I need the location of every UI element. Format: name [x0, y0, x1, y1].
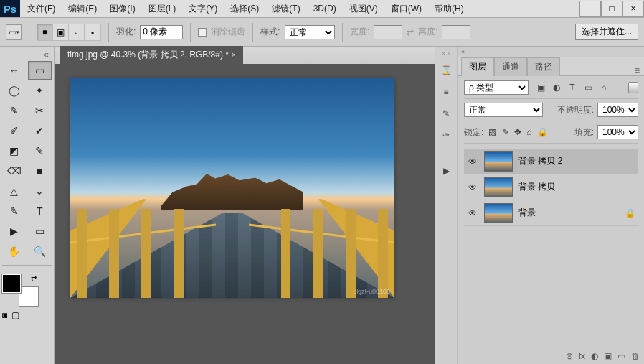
- style-select[interactable]: 正常: [285, 25, 335, 39]
- canvas[interactable]: pkjzt-u00103: [70, 78, 394, 298]
- minimize-button[interactable]: –: [579, 1, 601, 17]
- menu-help[interactable]: 帮助(H): [432, 1, 467, 17]
- play-panel-icon[interactable]: ▶: [438, 163, 454, 179]
- lock-position-icon[interactable]: ✥: [514, 127, 521, 137]
- new-adjustment-icon[interactable]: ▣: [604, 351, 612, 361]
- path-select-tool[interactable]: ▶: [2, 222, 27, 241]
- selection-new-icon[interactable]: ■: [37, 24, 53, 40]
- visibility-toggle-icon[interactable]: 👁: [467, 208, 478, 218]
- divider: [108, 23, 109, 42]
- layer-thumbnail[interactable]: [484, 177, 513, 197]
- image-rail-post: [109, 209, 119, 298]
- layer-thumbnail[interactable]: [484, 151, 513, 172]
- opacity-input[interactable]: 100%: [597, 103, 638, 117]
- color-swatches[interactable]: ⇄: [2, 274, 38, 306]
- document-tab-close-icon[interactable]: ×: [232, 51, 236, 59]
- right-panel-header-chevron[interactable]: «: [458, 47, 644, 57]
- background-color-swatch[interactable]: [19, 287, 38, 306]
- menu-filter[interactable]: 滤镜(T): [269, 1, 303, 17]
- eraser-tool[interactable]: ⌫: [2, 162, 27, 180]
- brush-tool[interactable]: ✔: [28, 121, 52, 140]
- lasso-tool[interactable]: ◯: [2, 81, 27, 100]
- filter-smart-icon[interactable]: ⌂: [598, 83, 610, 93]
- menu-text[interactable]: 文字(Y): [186, 1, 220, 17]
- menu-file[interactable]: 文件(F): [24, 1, 58, 17]
- gradient-tool[interactable]: ■: [28, 162, 52, 180]
- layer-filter-kind-select[interactable]: ρ 类型: [464, 80, 529, 95]
- foreground-color-swatch[interactable]: [2, 274, 21, 293]
- menu-layer[interactable]: 图层(L): [146, 1, 179, 17]
- shape-tool[interactable]: ▭: [28, 222, 52, 241]
- marquee-tool[interactable]: ▭: [28, 61, 52, 80]
- pen-tool[interactable]: ✎: [2, 202, 27, 220]
- properties-panel-icon[interactable]: ≡: [438, 84, 454, 100]
- tab-layers[interactable]: 图层: [461, 57, 494, 76]
- character-panel-icon[interactable]: ✑: [438, 127, 454, 143]
- healing-tool[interactable]: ✐: [2, 121, 27, 140]
- menu-select[interactable]: 选择(S): [227, 1, 262, 17]
- history-brush-tool[interactable]: ✎: [28, 141, 52, 160]
- magic-wand-tool[interactable]: ✦: [28, 81, 52, 100]
- canvas-host[interactable]: pkjzt-u00103: [55, 64, 435, 364]
- stamp-tool[interactable]: ◩: [2, 141, 27, 160]
- quickmask-mode-icon[interactable]: ▢: [11, 310, 19, 320]
- select-and-mask-button[interactable]: 选择并遮住...: [575, 24, 638, 40]
- move-tool[interactable]: ↔: [2, 61, 27, 80]
- menu-window[interactable]: 窗口(W): [388, 1, 425, 17]
- layer-thumbnail[interactable]: [484, 203, 513, 223]
- tools-collapse-chevron[interactable]: «: [2, 50, 52, 60]
- menu-edit[interactable]: 编辑(E): [65, 1, 100, 17]
- zoom-tool[interactable]: 🔍: [28, 242, 52, 261]
- selection-add-icon[interactable]: ▣: [53, 24, 69, 40]
- hand-tool[interactable]: ✋: [2, 242, 27, 261]
- close-button[interactable]: ×: [622, 1, 644, 17]
- eyedropper-tool[interactable]: ✂: [28, 101, 52, 120]
- menu-image[interactable]: 图像(I): [107, 1, 138, 17]
- panel-menu-icon[interactable]: ≡: [630, 65, 644, 75]
- filter-toggle-switch[interactable]: [628, 82, 638, 93]
- layer-row[interactable]: 👁 背景 🔒: [464, 200, 638, 226]
- filter-text-icon[interactable]: T: [567, 83, 578, 93]
- layer-name-label[interactable]: 背景 拷贝: [518, 181, 618, 193]
- crop-tool[interactable]: ✎: [2, 101, 27, 120]
- standard-mode-icon[interactable]: ◙: [2, 310, 7, 320]
- filter-pixel-icon[interactable]: ▣: [535, 83, 546, 93]
- filter-adjust-icon[interactable]: ◐: [551, 83, 562, 93]
- width-label: 宽度:: [350, 26, 369, 38]
- layer-style-icon[interactable]: fx: [579, 351, 585, 361]
- fill-input[interactable]: 100%: [597, 125, 638, 139]
- filter-shape-icon[interactable]: ▭: [582, 83, 594, 93]
- text-tool[interactable]: T: [28, 202, 52, 220]
- tool-preset-icon[interactable]: ▭▾: [6, 24, 22, 40]
- menu-view[interactable]: 视图(V): [346, 1, 381, 17]
- feather-input[interactable]: [140, 25, 183, 39]
- visibility-toggle-icon[interactable]: 👁: [467, 157, 478, 167]
- tab-paths[interactable]: 路径: [527, 57, 560, 76]
- delete-layer-icon[interactable]: 🗑: [631, 351, 640, 361]
- menu-3d[interactable]: 3D(D): [311, 1, 339, 16]
- layer-mask-icon[interactable]: ◐: [591, 351, 598, 361]
- layer-row[interactable]: 👁 背景 拷贝 2: [464, 149, 638, 174]
- visibility-toggle-icon[interactable]: 👁: [467, 182, 478, 192]
- lock-transparent-icon[interactable]: ▨: [488, 127, 496, 137]
- history-panel-icon[interactable]: ⌛: [438, 62, 454, 78]
- lock-pixels-icon[interactable]: ✎: [502, 127, 509, 137]
- collapsed-header-chevron[interactable]: « »: [442, 50, 451, 57]
- dodge-tool[interactable]: ⌄: [28, 182, 52, 200]
- selection-intersect-icon[interactable]: ▪: [85, 24, 100, 40]
- link-layers-icon[interactable]: ⊝: [566, 351, 573, 361]
- blend-mode-select[interactable]: 正常: [464, 103, 543, 117]
- selection-subtract-icon[interactable]: ▫: [69, 24, 85, 40]
- layer-name-label[interactable]: 背景: [518, 207, 618, 219]
- new-layer-icon[interactable]: ▭: [617, 351, 625, 361]
- layer-name-label[interactable]: 背景 拷贝 2: [518, 155, 618, 167]
- layer-row[interactable]: 👁 背景 拷贝: [464, 174, 638, 200]
- maximize-button[interactable]: □: [601, 1, 622, 17]
- document-tab[interactable]: timg.jpg @ 40.3% (背景 拷贝 2, RGB/8#) * ×: [60, 46, 243, 64]
- blur-tool[interactable]: △: [2, 182, 27, 200]
- brush-panel-icon[interactable]: ✎: [438, 106, 454, 121]
- tab-channels[interactable]: 通道: [494, 57, 527, 76]
- lock-all-icon[interactable]: 🔒: [537, 127, 548, 137]
- lock-artboard-icon[interactable]: ⌂: [526, 127, 531, 137]
- swap-colors-icon[interactable]: ⇄: [31, 274, 37, 282]
